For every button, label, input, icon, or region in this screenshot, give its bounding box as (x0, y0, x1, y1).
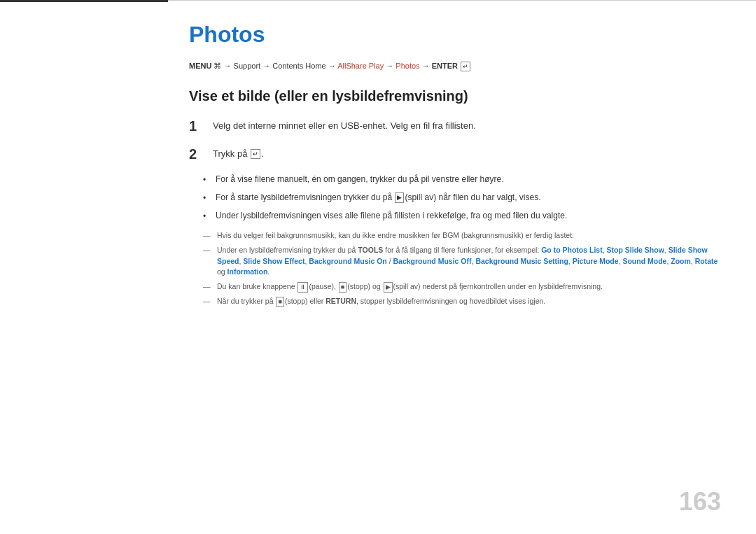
tools-link-9: Sound Mode (622, 257, 666, 265)
note-dash-3: — (203, 281, 214, 293)
bullet-dot-1: • (203, 174, 213, 187)
tools-link-information: Information (227, 267, 268, 276)
tools-link-5: Background Music On (309, 257, 386, 265)
page-container: Photos MENU ⌘ → Support → Contents Home … (0, 0, 756, 534)
step-1-number: 1 (189, 117, 209, 135)
page-number: 163 (679, 487, 721, 517)
menu-arrow5: → (422, 62, 432, 70)
tools-link-7: Background Music Setting (475, 257, 568, 265)
menu-arrow4: → (386, 62, 396, 70)
stop-icon-2: ■ (276, 297, 284, 307)
section-title: Vise et bilde (eller en lysbildefremvisn… (189, 88, 721, 104)
tools-link-8: Picture Mode (573, 257, 619, 265)
menu-keyword: MENU (189, 62, 211, 70)
menu-support: Support (234, 62, 261, 70)
step-1: 1 Velg det interne minnet eller en USB-e… (189, 117, 721, 135)
menu-symbol: ⌘ (214, 62, 221, 70)
menu-allshare: AllShare Play (337, 62, 384, 70)
menu-path: MENU ⌘ → Support → Contents Home → AllSh… (189, 60, 721, 73)
bullet-text-1: For å vise filene manuelt, én om gangen,… (216, 173, 504, 186)
play-icon-3: ▶ (384, 282, 393, 293)
note-dash-1: — (203, 230, 214, 241)
bullet-text-2: For å starte lysbildefremvisningen trykk… (216, 191, 541, 204)
menu-contents-home: Contents Home (272, 62, 326, 70)
page-title: Photos (189, 22, 721, 48)
tools-link-6: Background Music Off (393, 257, 472, 265)
step-1-text: Velg det interne minnet eller en USB-enh… (213, 117, 476, 134)
step-2-number: 2 (189, 145, 209, 163)
menu-arrow1: → (224, 62, 234, 70)
note-item-3: — Du kan bruke knappene ⏸(pause), ■(stop… (203, 281, 721, 293)
note-item-1: — Hvis du velger feil bakgrunnsmusikk, k… (203, 230, 721, 241)
return-word: RETURN (326, 297, 356, 305)
tools-link-2: Stop Slide Show (607, 246, 664, 254)
note-text-1: Hvis du velger feil bakgrunnsmusikk, kan… (217, 230, 574, 241)
bullet-item-2: • For å starte lysbildefremvisningen try… (203, 191, 721, 205)
step-2: 2 Trykk på ↵. (189, 145, 721, 163)
pause-icon: ⏸ (298, 282, 308, 293)
step-2-text: Trykk på ↵. (213, 145, 264, 162)
bullet-item-3: • Under lysbildefremvisningen vises alle… (203, 209, 721, 223)
note-item-2: — Under en lysbildefremvisning trykker d… (203, 245, 721, 278)
menu-arrow3: → (328, 62, 337, 70)
tools-link-10: Zoom (671, 257, 691, 265)
tools-word: TOOLS (358, 246, 383, 254)
bullet-item-1: • For å vise filene manuelt, én om gange… (203, 173, 721, 187)
menu-enter: ENTER (432, 62, 458, 70)
tools-link-11: Rotate (695, 257, 718, 265)
note-item-4: — Når du trykker på ■(stopp) eller RETUR… (203, 296, 721, 307)
menu-photos: Photos (396, 62, 419, 70)
play-icon: ▶ (395, 192, 404, 203)
note-dash-4: — (203, 296, 214, 307)
main-content: Photos MENU ⌘ → Support → Contents Home … (168, 0, 756, 534)
stop-icon: ■ (339, 282, 346, 293)
bullet-list: • For å vise filene manuelt, én om gange… (203, 173, 721, 224)
bullet-dot-3: • (203, 210, 213, 223)
tools-link-4: Slide Show Effect (243, 257, 304, 265)
left-sidebar (0, 0, 168, 534)
enter-icon: ↵ (461, 62, 470, 72)
menu-arrow2: → (262, 62, 272, 70)
note-list: — Hvis du velger feil bakgrunnsmusikk, k… (203, 230, 721, 307)
tools-link-1: Go to Photos List (541, 246, 603, 254)
bullet-dot-2: • (203, 192, 213, 205)
note-text-4: Når du trykker på ■(stopp) eller RETURN,… (217, 296, 545, 307)
bullet-text-3: Under lysbildefremvisningen vises alle f… (216, 209, 567, 223)
note-dash-2: — (203, 245, 214, 256)
note-text-3: Du kan bruke knappene ⏸(pause), ■(stopp)… (217, 281, 603, 293)
note-text-2: Under en lysbildefremvisning trykker du … (217, 245, 721, 278)
enter-icon-step2: ↵ (251, 149, 260, 160)
